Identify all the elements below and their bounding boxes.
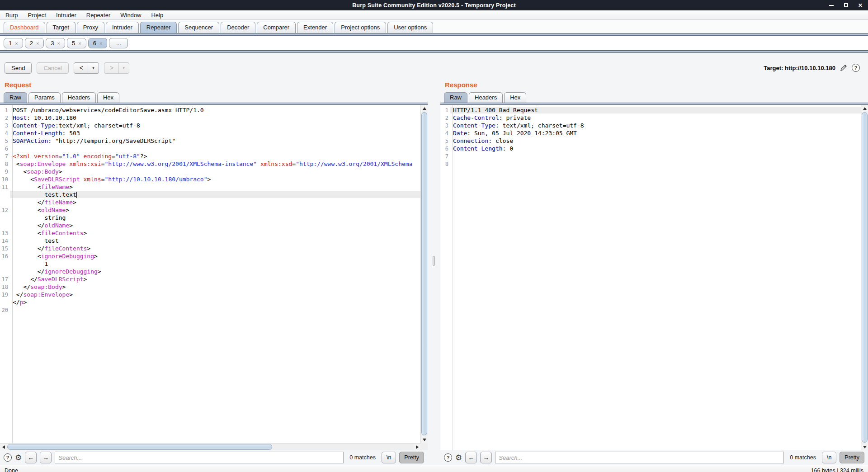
newline-toggle-button[interactable]: \n (822, 452, 836, 463)
request-editor[interactable]: 1POST /umbraco/webservices/codeEditorSav… (0, 105, 428, 450)
response-editor[interactable]: 1HTTP/1.1 400 Bad Request2Cache-Control:… (440, 105, 868, 450)
close-tab-icon[interactable]: × (57, 41, 60, 46)
scroll-up-icon[interactable] (421, 105, 428, 112)
code-row[interactable]: 1HTTP/1.1 400 Bad Request (440, 106, 861, 114)
tab-target[interactable]: Target (47, 22, 75, 33)
history-back-button[interactable]: < ▼ (74, 62, 99, 74)
response-tab-headers[interactable]: Headers (469, 92, 503, 103)
repeater-tab-1[interactable]: 1× (4, 38, 23, 48)
close-tab-icon[interactable]: × (78, 41, 81, 46)
tab-project-options[interactable]: Project options (335, 22, 386, 33)
scroll-right-icon[interactable] (414, 444, 420, 450)
close-icon[interactable]: ✕ (857, 2, 863, 9)
code-row[interactable]: 18 </soap:Body> (0, 283, 420, 291)
send-button[interactable]: Send (5, 62, 32, 74)
next-match-button[interactable]: → (480, 452, 492, 463)
cancel-button[interactable]: Cancel (37, 62, 68, 74)
code-row[interactable]: 20 (0, 306, 420, 314)
maximize-icon[interactable] (843, 2, 849, 9)
code-row[interactable]: 8 <soap:Envelope xmlns:xsi="http://www.w… (0, 160, 420, 168)
code-row[interactable]: 11 <fileName> (0, 183, 420, 191)
scrollbar-thumb[interactable] (7, 444, 272, 450)
code-row[interactable]: 8 (440, 160, 861, 168)
search-input[interactable] (495, 452, 784, 463)
scrollbar-thumb[interactable] (862, 112, 868, 443)
code-row[interactable]: </p> (0, 298, 420, 306)
newline-toggle-button[interactable]: \n (382, 452, 396, 463)
scroll-down-icon[interactable] (861, 444, 868, 450)
repeater-tab-3[interactable]: 3× (46, 38, 65, 48)
minimize-icon[interactable] (828, 2, 835, 9)
code-row[interactable]: 16 <ignoreDebugging> (0, 252, 420, 260)
request-vertical-scrollbar[interactable] (420, 105, 428, 443)
gear-icon[interactable]: ⚙ (455, 454, 462, 462)
code-row[interactable]: 9 <soap:Body> (0, 168, 420, 175)
code-row[interactable]: 6 (0, 145, 420, 152)
menu-project[interactable]: Project (28, 12, 46, 19)
repeater-tab-6[interactable]: 6× (88, 38, 108, 48)
code-row[interactable]: 4Content-Length: 503 (0, 129, 420, 137)
edit-target-icon[interactable] (840, 64, 848, 72)
tab-decoder[interactable]: Decoder (221, 22, 255, 33)
scrollbar-thumb[interactable] (421, 112, 427, 435)
code-row[interactable]: 7<?xml version="1.0" encoding="utf-8"?> (0, 152, 420, 160)
tab-intruder[interactable]: Intruder (106, 22, 139, 33)
code-row[interactable]: </fileName> (0, 198, 420, 206)
response-tab-hex[interactable]: Hex (504, 92, 526, 103)
scroll-up-icon[interactable] (861, 105, 868, 112)
search-help-icon[interactable]: ? (444, 453, 452, 462)
pretty-toggle-button[interactable]: Pretty (840, 452, 864, 463)
request-tab-raw[interactable]: Raw (4, 92, 27, 103)
code-row[interactable]: 15 </fileContents> (0, 245, 420, 252)
gear-icon[interactable]: ⚙ (15, 454, 22, 462)
code-row[interactable]: 19 </soap:Envelope> (0, 291, 420, 298)
tab-sequencer[interactable]: Sequencer (178, 22, 219, 33)
close-tab-icon[interactable]: × (99, 41, 102, 46)
close-tab-icon[interactable]: × (36, 41, 39, 46)
tab-extender[interactable]: Extender (297, 22, 333, 33)
code-row[interactable]: 1 (0, 260, 420, 268)
menu-intruder[interactable]: Intruder (56, 12, 76, 19)
code-row[interactable]: 5SOAPAction: "http://tempuri.org/SaveDLR… (0, 137, 420, 145)
code-row[interactable]: 3Content-Type:text/xml; charset=utf-8 (0, 122, 420, 129)
next-match-button[interactable]: → (40, 452, 52, 463)
menu-help[interactable]: Help (151, 12, 163, 19)
tab-proxy[interactable]: Proxy (77, 22, 104, 33)
repeater-tab-5[interactable]: 5× (67, 38, 86, 48)
menu-window[interactable]: Window (120, 12, 141, 19)
chevron-down-icon[interactable]: ▼ (88, 66, 99, 70)
code-row[interactable]: 2Cache-Control: private (440, 114, 861, 122)
panel-splitter[interactable] (428, 78, 440, 465)
tab-user-options[interactable]: User options (387, 22, 433, 33)
scroll-left-icon[interactable] (0, 444, 7, 450)
code-row[interactable]: 10 <SaveDLRScript xmlns="http://10.10.10… (0, 175, 420, 183)
code-row[interactable]: </oldName> (0, 222, 420, 229)
prev-match-button[interactable]: ← (25, 452, 37, 463)
scroll-down-icon[interactable] (421, 436, 428, 443)
tab-dashboard[interactable]: Dashboard (4, 22, 45, 33)
chevron-down-icon[interactable]: ▼ (118, 66, 129, 70)
code-row[interactable]: 17 </SaveDLRScript> (0, 275, 420, 283)
request-horizontal-scrollbar[interactable] (0, 443, 420, 450)
menu-burp[interactable]: Burp (5, 12, 18, 19)
code-row[interactable]: 1POST /umbraco/webservices/codeEditorSav… (0, 106, 420, 114)
prev-match-button[interactable]: ← (465, 452, 477, 463)
code-row[interactable]: 12 <oldName> (0, 206, 420, 214)
search-input[interactable] (55, 452, 344, 463)
tab-comparer[interactable]: Comparer (257, 22, 296, 33)
menu-repeater[interactable]: Repeater (86, 12, 110, 19)
help-icon[interactable]: ? (852, 64, 860, 72)
tab-repeater[interactable]: Repeater (140, 22, 177, 33)
repeater-tab-2[interactable]: 2× (25, 38, 44, 48)
code-row[interactable]: test.text (0, 191, 420, 198)
request-tab-params[interactable]: Params (28, 92, 61, 103)
code-row[interactable]: </ignoreDebugging> (0, 268, 420, 275)
code-row[interactable]: 2Host: 10.10.10.180 (0, 114, 420, 122)
close-tab-icon[interactable]: × (15, 41, 18, 46)
request-tab-hex[interactable]: Hex (97, 92, 119, 103)
code-row[interactable]: 3Content-Type: text/xml; charset=utf-8 (440, 122, 861, 129)
code-row[interactable]: 5Connection: close (440, 137, 861, 145)
code-row[interactable]: 6Content-Length: 0 (440, 145, 861, 152)
code-row[interactable]: 13 <fileContents> (0, 229, 420, 237)
code-row[interactable]: 7 (440, 152, 861, 160)
